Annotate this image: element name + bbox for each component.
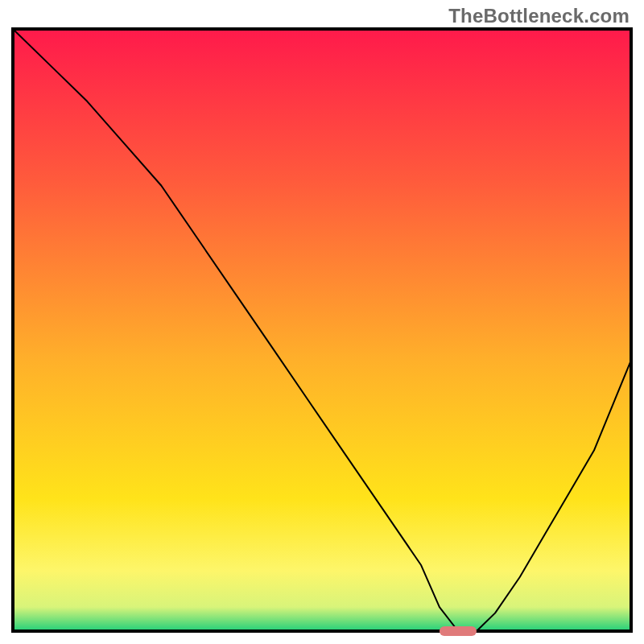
bottleneck-plot <box>0 0 644 644</box>
optimal-range-marker <box>440 626 477 636</box>
watermark-label: TheBottleneck.com <box>448 5 630 27</box>
plot-background <box>13 29 631 631</box>
chart-container: TheBottleneck.com <box>0 0 644 644</box>
